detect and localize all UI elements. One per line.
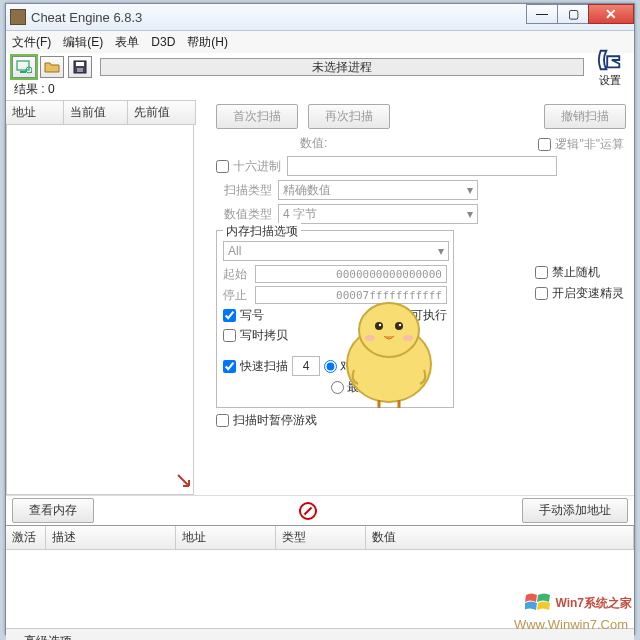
col-desc[interactable]: 描述 [46,526,176,549]
svg-rect-0 [17,61,29,70]
memory-scan-options: 内存扫描选项 All 起始 停止 写号 可执行 写时拷贝 [216,230,454,408]
value-type-combo[interactable]: 4 字节 [278,204,478,224]
computer-icon [16,59,32,75]
col-value[interactable]: 数值 [366,526,634,549]
pause-game-checkbox[interactable]: 扫描时暂停游戏 [216,412,317,429]
value-type-label: 数值类型 [216,206,272,223]
speedhack-checkbox[interactable]: 开启变速精灵 [535,285,624,302]
app-icon [10,9,26,25]
watermark-text: Win7系统之家 [525,592,632,614]
first-scan-button[interactable]: 首次扫描 [216,104,298,129]
maximize-button[interactable]: ▢ [557,4,589,24]
settings-label[interactable]: 设置 [599,73,621,88]
scan-type-label: 扫描类型 [216,182,272,199]
start-label: 起始 [223,266,251,283]
mem-range-combo[interactable]: All [223,241,449,261]
results-header: 地址 当前值 先前值 [6,100,196,125]
value-input[interactable] [287,156,557,176]
process-bar[interactable]: 未选择进程 [100,58,584,76]
view-memory-button[interactable]: 查看内存 [12,498,94,523]
stop-address-input[interactable] [255,286,447,304]
svg-rect-6 [77,68,83,72]
save-icon [72,59,88,75]
undo-scan-button[interactable]: 撤销扫描 [544,104,626,129]
col-address[interactable]: 地址 [6,101,64,124]
no-random-checkbox[interactable]: 禁止随机 [535,264,624,281]
process-label: 未选择进程 [312,59,372,76]
no-entry-icon[interactable] [299,502,317,520]
results-count: 结果 : 0 [6,81,634,100]
aligned-radio[interactable]: 对齐 [324,358,364,375]
menu-help[interactable]: 帮助(H) [187,34,228,51]
menubar: 文件(F) 编辑(E) 表单 D3D 帮助(H) [6,31,634,53]
close-button[interactable]: ✕ [588,4,634,24]
add-to-list-icon[interactable] [175,472,195,492]
save-button[interactable] [68,56,92,78]
watermark-url: Www.Winwin7.Com [514,617,628,632]
cow-checkbox[interactable]: 写时拷贝 [223,327,288,344]
scan-type-combo[interactable]: 精确数值 [278,180,478,200]
hex-checkbox[interactable]: 十六进制 [216,158,281,175]
svg-line-3 [31,72,32,73]
menu-table[interactable]: 表单 [115,34,139,51]
next-scan-button[interactable]: 再次扫描 [308,104,390,129]
col-current[interactable]: 当前值 [64,101,128,124]
ce-logo-icon[interactable] [595,47,625,73]
svg-rect-1 [20,71,26,73]
select-process-button[interactable] [12,56,36,78]
fast-scan-checkbox[interactable]: 快速扫描 [223,358,288,375]
stop-label: 停止 [223,287,251,304]
not-operator-checkbox[interactable]: 逻辑"非"运算 [538,136,624,153]
menu-edit[interactable]: 编辑(E) [63,34,103,51]
svg-rect-5 [76,62,84,66]
titlebar[interactable]: Cheat Engine 6.8.3 — ▢ ✕ [6,4,634,31]
col-active[interactable]: 激活 [6,526,46,549]
start-address-input[interactable] [255,265,447,283]
writable-checkbox[interactable]: 写号 [223,307,264,324]
menu-file[interactable]: 文件(F) [12,34,51,51]
value-label: 数值: [300,135,327,152]
minimize-button[interactable]: — [526,4,558,24]
folder-open-icon [44,59,60,75]
results-list[interactable] [6,125,194,495]
col-type[interactable]: 类型 [276,526,366,549]
window-title: Cheat Engine 6.8.3 [31,10,142,25]
fast-scan-value[interactable] [292,356,320,376]
last-digits-radio[interactable]: 最后位数 [331,379,395,396]
windows-logo-icon [525,592,551,614]
menu-d3d[interactable]: D3D [151,35,175,49]
col-addr[interactable]: 地址 [176,526,276,549]
col-previous[interactable]: 先前值 [128,101,196,124]
add-address-manual-button[interactable]: 手动添加地址 [522,498,628,523]
executable-checkbox[interactable]: 可执行 [395,307,447,324]
open-button[interactable] [40,56,64,78]
mem-options-legend: 内存扫描选项 [223,223,301,240]
